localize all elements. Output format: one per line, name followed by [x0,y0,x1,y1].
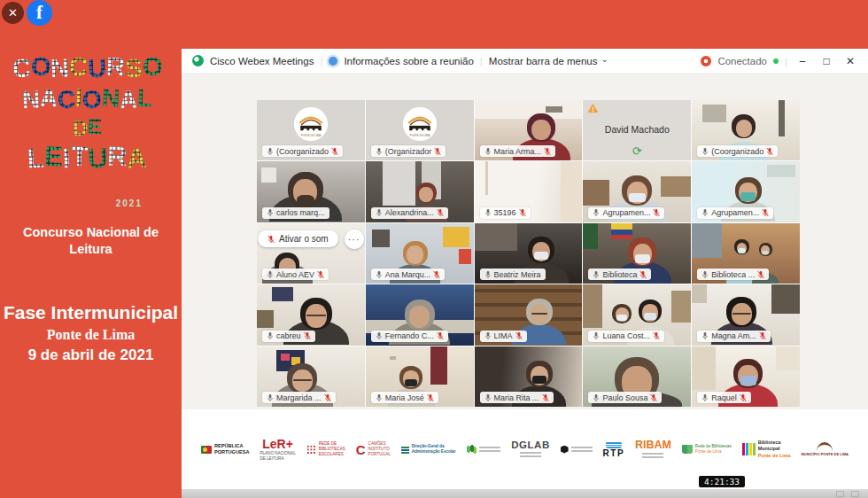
video-tile-biblioteca[interactable]: Biblioteca [583,223,691,284]
video-tile-maria-arma[interactable]: Maria Arma... [475,100,583,160]
logo-greenbook: Rede de BibliotecasPonte de Lima [682,444,732,455]
participant-name: LIMA [494,331,513,340]
logo-letter: C [12,55,31,82]
video-tile-margarida[interactable]: Margarida ... [257,346,365,407]
logo-camoes: CCAMÕESINSTITUTOPORTUGAL [356,441,391,457]
participant-label: Fernando C... [371,331,448,342]
video-tile-carlos-marq[interactable]: carlos marq... [257,161,365,222]
participant-name: Aluno AEV [276,270,314,279]
participant-name: (Coorganizado [711,147,763,156]
video-tile-maria-rita[interactable]: Maria Rita ... [475,346,583,407]
video-tile-alexandrina[interactable]: Alexandrina... [366,161,474,222]
mic-icon [267,393,274,402]
mic-icon [701,208,709,217]
p-glasses [531,313,547,315]
mic-icon [593,331,600,340]
mic-icon [376,147,383,156]
logo-letter: E [88,115,103,138]
mic-icon [376,331,383,340]
unmute-button[interactable]: Ativar o som [258,230,338,247]
logo-caption: REPÚBLICAPORTUGUESA [214,443,249,456]
muted-mic-icon [267,235,275,244]
logo-caption: Rede de BibliotecasPonte de Lima [695,444,732,455]
p-face [419,187,433,202]
video-tile-beatriz-meira[interactable]: Beatriz Meira [475,223,583,284]
mic-icon [376,393,383,402]
muted-mic-icon [757,270,764,279]
mic-icon [593,208,600,217]
participant-label: carlos marq... [262,207,329,219]
participant-label: cabreu [262,331,315,342]
muted-mic-icon [437,208,444,217]
mic-icon [701,393,709,402]
logo-letter: L [27,144,45,175]
stream-timestamp: 4:21:33 [699,476,745,487]
facebook-logo-icon[interactable]: f [27,0,52,26]
more-options-button[interactable]: ··· [345,230,364,249]
participant-name: Ana Marqu... [385,270,431,279]
close-icon[interactable]: ✕ [2,2,24,24]
muted-mic-icon [317,270,324,279]
video-tile-agrupamen[interactable]: Agrupamen... [692,161,800,222]
video-player-strip[interactable] [182,489,868,498]
video-tile-maria-jos[interactable]: Maria José [366,346,474,407]
p-mask [644,313,656,320]
participant-name: Beatriz Meira [494,270,541,279]
video-tile-coorganizado[interactable]: PONTE DE LIMA(Coorganizado [257,100,365,160]
video-tile-35196[interactable]: 35196 [475,161,583,222]
video-tile-agrupamen[interactable]: Agrupamen... [583,161,691,222]
participant-label: Maria José [371,392,438,403]
logo-caption-line: PORTUGUESA [214,449,249,455]
logo-leaf [466,445,500,454]
show-menu-bar-button[interactable]: Mostrar barra de menus [489,56,598,66]
unmute-label: Ativar o som [279,234,329,244]
video-tile-aluno-aev[interactable]: Ativar o som···Aluno AEV [257,223,365,284]
muted-mic-icon [519,208,526,217]
video-tile-magna-am[interactable]: Magna Am... [692,284,800,345]
chevron-down-icon[interactable]: ⌄ [601,54,608,64]
mic-icon [701,270,709,279]
logo-text-camoes: C [356,443,366,456]
greenbook-icon [682,445,693,454]
muted-mic-icon [542,393,549,402]
maximize-button[interactable]: □ [818,55,835,67]
caption-bar [642,453,663,455]
video-tile-lima[interactable]: LIMA [475,284,583,345]
logo-caption [642,452,663,459]
participant-name: Paulo Sousa [602,393,647,402]
video-tile-ana-marqu[interactable]: Ana Marqu... [366,223,474,284]
p-mask [532,376,546,384]
video-tile-paulo-sousa[interactable]: Paulo Sousa [583,346,691,407]
rtp-icon [606,441,622,448]
window-close-button[interactable]: ✕ [841,55,859,67]
logo-text-dglab: DGLAB [511,440,549,451]
muted-mic-icon [766,147,773,156]
logo-dgae: Direção-Geral daAdministração Escolar [401,444,456,455]
event-date: 9 de abril de 2021 [0,346,182,364]
video-tile-cabreu[interactable]: cabreu [257,284,365,345]
event-subtitle: Concurso Nacional de Leitura [16,224,166,258]
logo-text-rtp: RTP [603,449,625,458]
meeting-info-icon[interactable] [329,57,337,66]
video-tile-biblioteca[interactable]: Biblioteca ... [692,223,800,284]
video-tile-organizador[interactable]: PONTE DE LIMA(Organizador [366,100,474,160]
logo-caption-line: Administração Escolar [412,449,456,455]
video-tile-david-machado[interactable]: David Machado!⟳ [583,100,691,160]
video-tile-luana-cost[interactable]: Luana Cost... [583,284,691,345]
video-tile-fernando-c[interactable]: Fernando C... [366,284,474,345]
p-glasses [293,379,312,381]
minimize-button[interactable]: – [794,55,811,67]
player-control-icon[interactable] [836,491,844,497]
participant-label: (Organizador [371,145,446,157]
participant-name-text: David Machado [583,124,691,135]
mic-icon [376,270,383,279]
mic-icon [701,331,709,340]
meeting-info-label[interactable]: Informações sobre a reunião [344,56,473,66]
fullscreen-icon[interactable] [851,491,859,497]
video-tile-coorganizado[interactable]: (Coorganizado [692,100,800,160]
meeting-content: PONTE DE LIMA(CoorganizadoPONTE DE LIMA(… [182,73,868,498]
video-tile-raquel[interactable]: Raquel [692,346,800,407]
participant-grid: PONTE DE LIMA(CoorganizadoPONTE DE LIMA(… [257,100,800,407]
p-face [736,120,752,137]
participant-name: carlos marq... [276,208,325,217]
